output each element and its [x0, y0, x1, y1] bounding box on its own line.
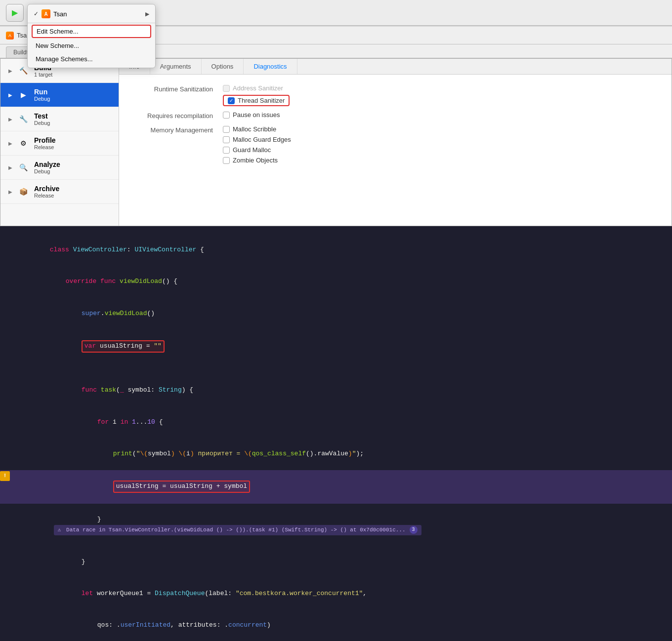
sidebar-item-profile[interactable]: ▶ ⚙ Profile Release	[0, 131, 119, 156]
line-content-10: } ⚠ Data race in Tsan.ViewController.(vi…	[25, 504, 672, 546]
address-sanitizer-checkbox[interactable]	[223, 85, 230, 92]
scheme-editor: ▶ 🔨 Build 1 target ▶ ▶ Run Debug ▶ 🔧 Tes…	[0, 58, 672, 226]
error-message: Data race in Tsan.ViewController.(viewDi…	[63, 526, 405, 535]
tab-diagnostics[interactable]: Diagnostics	[244, 59, 297, 74]
zombie-objects-wrapper: Zombie Objects	[223, 157, 291, 164]
malloc-guard-edges-wrapper: Malloc Guard Edges	[223, 136, 291, 143]
archive-icon: 📦	[17, 186, 29, 198]
thread-sanitizer-checkbox[interactable]: ✓	[228, 97, 235, 104]
memory-management-row: Memory Management Malloc Scribble Malloc…	[134, 125, 657, 164]
test-item-name: Test	[34, 112, 111, 120]
sidebar-item-analyze[interactable]: ▶ 🔍 Analyze Debug	[0, 156, 119, 180]
line-content-8: print("\(symbol) \(i) приоритет = \(qos_…	[25, 439, 672, 469]
scheme-sidebar: ▶ 🔨 Build 1 target ▶ ▶ Run Debug ▶ 🔧 Tes…	[0, 59, 119, 226]
malloc-guard-edges-checkbox[interactable]	[223, 136, 230, 143]
scheme-dropdown: ✓ A Tsan ▶ Edit Scheme... New Scheme... …	[27, 4, 156, 68]
profile-item-name: Profile	[34, 136, 111, 144]
scheme-panel-tabs: Info Arguments Options Diagnostics	[119, 59, 672, 75]
run-item-text: Run Debug	[34, 88, 111, 102]
run-arrow-icon: ▶	[8, 92, 12, 98]
runtime-sanitization-label: Runtime Sanitization	[134, 84, 213, 93]
warning-badge-icon: ⚠	[58, 526, 61, 535]
zombie-objects-label: Zombie Objects	[233, 157, 278, 164]
sidebar-item-run[interactable]: ▶ ▶ Run Debug	[0, 83, 119, 107]
sidebar-item-test[interactable]: ▶ 🔧 Test Debug	[0, 107, 119, 131]
analyze-icon: 🔍	[17, 161, 29, 173]
line-content-13: qos: .userInitiated, attributes: .concur…	[25, 610, 672, 641]
scheme-panel-content: Runtime Sanitization Address Sanitizer ✓…	[119, 75, 672, 179]
code-line-3: super.viewDidLoad()	[0, 298, 672, 329]
code-editor: class ViewController: UIViewController {…	[0, 226, 672, 641]
malloc-guard-edges-label: Malloc Guard Edges	[233, 136, 291, 143]
line-content-12: let workerQueue1 = DispatchQueue(label: …	[25, 578, 672, 609]
tab-arguments[interactable]: Arguments	[150, 59, 202, 74]
tab-options[interactable]: Options	[202, 59, 244, 74]
code-line-5	[0, 363, 672, 375]
test-item-sub: Debug	[34, 120, 111, 126]
code-line-11: }	[0, 546, 672, 578]
zombie-objects-checkbox[interactable]	[223, 157, 230, 164]
dropdown-divider	[28, 23, 155, 23]
requires-recompilation-label: Requires recompilation	[134, 111, 213, 120]
code-line-6: func task(_ symbol: String) {	[0, 374, 672, 406]
pause-on-issues-label: Pause on issues	[233, 111, 280, 119]
line-content-4: var usualString = ""	[25, 330, 672, 362]
guard-malloc-label: Guard Malloc	[233, 146, 271, 154]
archive-item-text: Archive Release	[34, 185, 111, 199]
archive-item-sub: Release	[34, 193, 111, 199]
sidebar-arrow-icon: ▶	[8, 68, 12, 74]
line-content-9: usualString = usualString + symbol	[25, 471, 672, 503]
code-line-9: ! usualString = usualString + symbol	[0, 470, 672, 504]
profile-icon: ⚙	[17, 137, 29, 149]
toolbar: ▶ ■ ✓ A Tsan ▶ Edit Scheme... New Scheme…	[0, 0, 672, 26]
edit-scheme-item[interactable]: Edit Scheme...	[32, 25, 151, 38]
run-item-sub: Debug	[34, 96, 111, 102]
guard-malloc-wrapper: Guard Malloc	[223, 146, 291, 154]
requires-recompilation-row: Requires recompilation Pause on issues	[134, 111, 657, 120]
new-scheme-item[interactable]: New Scheme...	[28, 39, 155, 52]
dropdown-arrow-icon: ▶	[145, 11, 149, 17]
test-item-text: Test Debug	[34, 112, 111, 126]
thread-sanitizer-label: Thread Sanitizer	[238, 97, 285, 104]
sidebar-item-archive[interactable]: ▶ 📦 Archive Release	[0, 180, 119, 204]
profile-item-text: Profile Release	[34, 136, 111, 150]
manage-schemes-item[interactable]: Manage Schemes...	[28, 52, 155, 66]
malloc-scribble-checkbox[interactable]	[223, 126, 230, 133]
run-icon: ▶	[17, 89, 29, 101]
error-badge[interactable]: ⚠ Data race in Tsan.ViewController.(view…	[54, 525, 421, 536]
code-line-4: var usualString = ""	[0, 329, 672, 363]
sanitization-controls: Address Sanitizer ✓ Thread Sanitizer	[223, 84, 290, 106]
scheme-breadcrumb-icon: A	[6, 32, 14, 40]
code-line-1: class ViewController: UIViewController {	[0, 234, 672, 266]
line-content-5	[25, 364, 672, 374]
code-line-10: } ⚠ Data race in Tsan.ViewController.(vi…	[0, 504, 672, 546]
runtime-sanitization-row: Runtime Sanitization Address Sanitizer ✓…	[134, 84, 657, 106]
test-arrow-icon: ▶	[8, 117, 12, 122]
code-line-2: override func viewDidLoad() {	[0, 266, 672, 297]
analyze-item-name: Analyze	[34, 160, 111, 168]
code-line-8: print("\(symbol) \(i) приоритет = \(qos_…	[0, 438, 672, 470]
scheme-panel: Info Arguments Options Diagnostics Runti…	[119, 59, 672, 226]
line-content-1: class ViewController: UIViewController {	[25, 235, 672, 265]
line-content-6: func task(_ symbol: String) {	[25, 375, 672, 405]
profile-arrow-icon: ▶	[8, 141, 12, 146]
analyze-item-text: Analyze Debug	[34, 160, 111, 174]
thread-sanitizer-wrapper: ✓ Thread Sanitizer	[223, 95, 290, 106]
run-item-name: Run	[34, 88, 111, 96]
address-sanitizer-wrapper: Address Sanitizer	[223, 84, 290, 92]
analyze-item-sub: Debug	[34, 168, 111, 174]
line-content-2: override func viewDidLoad() {	[25, 266, 672, 297]
archive-item-name: Archive	[34, 185, 111, 193]
scheme-name-label: Tsan	[53, 10, 67, 18]
pause-on-issues-wrapper: Pause on issues	[223, 111, 280, 119]
pause-on-issues-checkbox[interactable]	[223, 112, 230, 119]
code-line-12: let workerQueue1 = DispatchQueue(label: …	[0, 578, 672, 609]
memory-management-label: Memory Management	[134, 125, 213, 134]
malloc-scribble-wrapper: Malloc Scribble	[223, 125, 291, 133]
archive-arrow-icon: ▶	[8, 189, 12, 195]
thread-sanitizer-box: ✓ Thread Sanitizer	[223, 95, 290, 106]
play-button[interactable]: ▶	[6, 4, 24, 22]
error-count: 3	[410, 526, 418, 534]
checkmark-icon: ✓	[34, 10, 39, 17]
guard-malloc-checkbox[interactable]	[223, 147, 230, 154]
